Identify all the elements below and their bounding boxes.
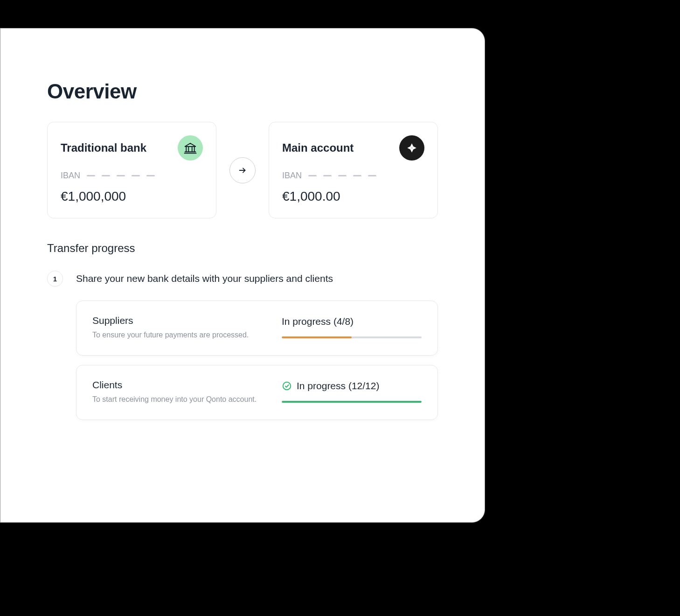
- iban-row-source: IBAN: [61, 171, 203, 181]
- iban-placeholder: [87, 175, 155, 176]
- suppliers-title: Suppliers: [92, 315, 282, 326]
- progress-cards: Suppliers To ensure your future payments…: [76, 301, 438, 420]
- clients-status: In progress (12/12): [297, 380, 379, 392]
- account-balance-source: €1,000,000: [61, 189, 203, 204]
- iban-placeholder: [308, 175, 376, 176]
- arrow-right-icon: [229, 157, 256, 183]
- iban-row-destination: IBAN: [282, 171, 424, 181]
- suppliers-progress-fill: [282, 336, 352, 338]
- account-title-source: Traditional bank: [61, 141, 146, 154]
- clients-progress-bar: [282, 401, 422, 403]
- overview-window: Overview Traditional bank: [0, 28, 485, 523]
- transfer-progress-title: Transfer progress: [47, 242, 438, 255]
- accounts-row: Traditional bank IBAN: [47, 122, 438, 218]
- progress-card-clients[interactable]: Clients To start receiving money into yo…: [76, 365, 438, 420]
- clients-title: Clients: [92, 379, 282, 391]
- suppliers-description: To ensure your future payments are proce…: [92, 331, 282, 339]
- iban-label: IBAN: [282, 171, 302, 181]
- step-number-badge: 1: [47, 271, 63, 287]
- clients-description: To start receiving money into your Qonto…: [92, 395, 282, 404]
- clients-progress-fill: [282, 401, 422, 403]
- progress-card-suppliers[interactable]: Suppliers To ensure your future payments…: [76, 301, 438, 356]
- step-row: 1 Share your new bank details with your …: [47, 271, 438, 287]
- account-balance-destination: €1,000.00: [282, 189, 424, 204]
- qonto-logo-icon: [399, 135, 424, 161]
- bank-icon: [178, 135, 203, 161]
- svg-point-7: [283, 382, 291, 390]
- check-circle-icon: [282, 381, 292, 391]
- iban-label: IBAN: [61, 171, 80, 181]
- suppliers-status: In progress (4/8): [282, 316, 354, 327]
- account-card-destination[interactable]: Main account IBAN €1,000.00: [269, 122, 438, 218]
- account-card-source[interactable]: Traditional bank IBAN: [47, 122, 216, 218]
- account-title-destination: Main account: [282, 141, 354, 154]
- step-text: Share your new bank details with your su…: [76, 273, 333, 284]
- page-title: Overview: [47, 80, 438, 103]
- suppliers-progress-bar: [282, 336, 422, 338]
